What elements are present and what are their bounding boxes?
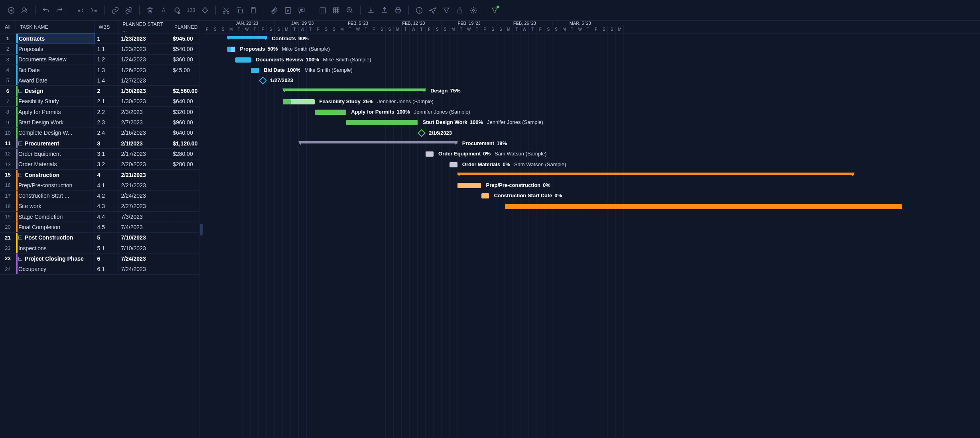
row-number[interactable]: 21 (0, 233, 16, 243)
task-name-cell[interactable]: Occupancy (16, 264, 95, 274)
link-icon[interactable] (110, 5, 121, 16)
collapse-toggle-icon[interactable]: − (18, 257, 22, 261)
cost-cell[interactable]: $280.00 (170, 149, 199, 159)
task-name-cell[interactable]: Feasibility Study (16, 96, 95, 106)
row-number[interactable]: 22 (0, 243, 16, 253)
gantt-row[interactable]: Start Design Work100%Jennifer Jones (Sam… (203, 117, 980, 128)
start-date-cell[interactable]: 1/24/2023 (118, 55, 170, 65)
send-icon[interactable] (427, 5, 438, 16)
wbs-cell[interactable]: 2.3 (95, 117, 119, 127)
row-number[interactable]: 13 (0, 159, 16, 169)
table-row[interactable]: 21−Post Construction57/10/2023 (0, 233, 199, 243)
fill-icon[interactable] (172, 5, 183, 16)
settings-icon[interactable] (468, 5, 479, 16)
row-number[interactable]: 5 (0, 75, 16, 85)
table-row[interactable]: 5Award Date1.41/27/2023 (0, 75, 199, 86)
row-number[interactable]: 3 (0, 55, 16, 65)
row-number[interactable]: 16 (0, 180, 16, 190)
gantt-row[interactable] (203, 243, 980, 253)
row-number[interactable]: 19 (0, 212, 16, 222)
wbs-cell[interactable]: 4.4 (95, 212, 119, 222)
gantt-row[interactable]: Prep/Pre-construction0% (203, 180, 980, 191)
cost-cell[interactable] (170, 243, 199, 253)
milestone-marker[interactable] (418, 129, 426, 137)
col-header-name[interactable]: TASK NAME (16, 21, 95, 33)
gantt-row[interactable]: Bid Date100%Mike Smith (Sample) (203, 65, 980, 75)
task-name-cell[interactable]: −Post Construction (16, 233, 95, 243)
start-date-cell[interactable]: 1/23/2023 (118, 44, 170, 54)
wbs-cell[interactable]: 4.1 (95, 180, 119, 190)
gantt-row[interactable]: Order Equipment0%Sam Watson (Sample) (203, 149, 980, 159)
cost-cell[interactable]: $640.00 (170, 96, 199, 106)
wbs-cell[interactable]: 2.2 (95, 107, 119, 117)
splitter-grip[interactable] (200, 224, 203, 236)
task-name-cell[interactable]: −Procurement (16, 138, 95, 148)
cost-cell[interactable] (170, 264, 199, 274)
task-name-cell[interactable]: Final Completion (16, 222, 95, 232)
outdent-icon[interactable] (75, 5, 86, 16)
row-number[interactable]: 11 (0, 138, 16, 148)
gantt-row[interactable]: Design75% (203, 86, 980, 96)
wbs-cell[interactable]: 2.1 (95, 96, 119, 106)
cost-cell[interactable] (170, 233, 199, 243)
cost-cell[interactable]: $45.00 (170, 65, 199, 75)
add-user-icon[interactable] (19, 5, 30, 16)
table-row[interactable]: 6−Design21/30/2023$2,560.00 (0, 86, 199, 96)
gantt-row[interactable] (203, 222, 980, 232)
table-row[interactable]: 4Bid Date1.31/26/2023$45.00 (0, 65, 199, 75)
cost-cell[interactable] (170, 180, 199, 190)
start-date-cell[interactable]: 2/27/2023 (118, 201, 170, 211)
table-row[interactable]: 9Start Design Work2.32/7/2023$960.00 (0, 117, 199, 128)
splitter[interactable] (199, 21, 203, 438)
start-date-cell[interactable]: 2/3/2023 (118, 107, 170, 117)
cost-cell[interactable]: $320.00 (170, 107, 199, 117)
start-date-cell[interactable]: 2/17/2023 (118, 149, 170, 159)
task-bar[interactable] (235, 57, 251, 63)
row-number[interactable]: 6 (0, 86, 16, 96)
gantt-row[interactable]: 2/16/2023 (203, 128, 980, 138)
task-bar[interactable] (283, 99, 315, 104)
wbs-cell[interactable]: 1.1 (95, 44, 119, 54)
collapse-toggle-icon[interactable]: − (18, 141, 22, 145)
cost-cell[interactable] (170, 170, 199, 180)
task-bar[interactable] (315, 110, 347, 115)
row-number[interactable]: 15 (0, 170, 16, 180)
table-row[interactable]: 11−Procurement32/1/2023$1,120.00 (0, 138, 199, 149)
task-name-cell[interactable]: Construction Start ... (16, 191, 95, 200)
task-name-cell[interactable]: Order Equipment (16, 149, 95, 159)
table-row[interactable]: 23−Project Closing Phase67/24/2023 (0, 253, 199, 264)
unlink-icon[interactable] (123, 5, 134, 16)
collapse-toggle-icon[interactable]: − (18, 89, 22, 93)
gantt-row[interactable]: Apply for Permits100%Jennifer Jones (Sam… (203, 107, 980, 117)
wbs-cell[interactable]: 1.4 (95, 75, 119, 85)
cost-cell[interactable] (170, 212, 199, 222)
start-date-cell[interactable]: 2/1/2023 (118, 138, 170, 148)
gantt-row[interactable] (203, 233, 980, 243)
task-name-cell[interactable]: Bid Date (16, 65, 95, 75)
cost-cell[interactable]: $960.00 (170, 117, 199, 127)
task-name-cell[interactable]: Apply for Permits (16, 107, 95, 117)
wbs-cell[interactable]: 1 (95, 33, 119, 43)
start-date-cell[interactable]: 1/27/2023 (118, 75, 170, 85)
col-header-start[interactable]: PLANNED START ... (118, 21, 170, 33)
add-icon[interactable] (6, 5, 17, 16)
task-name-cell[interactable]: Stage Completion (16, 212, 95, 222)
task-name-cell[interactable]: Contracts (16, 33, 95, 43)
wbs-cell[interactable]: 3.1 (95, 149, 119, 159)
cost-cell[interactable] (170, 222, 199, 232)
gantt-row[interactable]: Construction Start Date0% (203, 191, 980, 201)
wbs-cell[interactable]: 3 (95, 138, 119, 148)
cost-cell[interactable]: $1,120.00 (170, 138, 199, 148)
cost-cell[interactable]: $280.00 (170, 159, 199, 169)
wbs-cell[interactable]: 2.4 (95, 128, 119, 138)
cost-cell[interactable]: $360.00 (170, 55, 199, 65)
start-date-cell[interactable]: 7/24/2023 (118, 253, 170, 263)
gantt-body[interactable]: Contracts90%Proposals50%Mike Smith (Samp… (203, 33, 980, 438)
row-number[interactable]: 20 (0, 222, 16, 232)
table-row[interactable]: 20Final Completion4.57/4/2023 (0, 222, 199, 232)
delete-icon[interactable] (144, 5, 156, 16)
task-name-cell[interactable]: −Project Closing Phase (16, 253, 95, 263)
start-date-cell[interactable]: 2/24/2023 (118, 191, 170, 200)
print-icon[interactable] (392, 5, 404, 16)
cost-cell[interactable]: $640.00 (170, 128, 199, 138)
